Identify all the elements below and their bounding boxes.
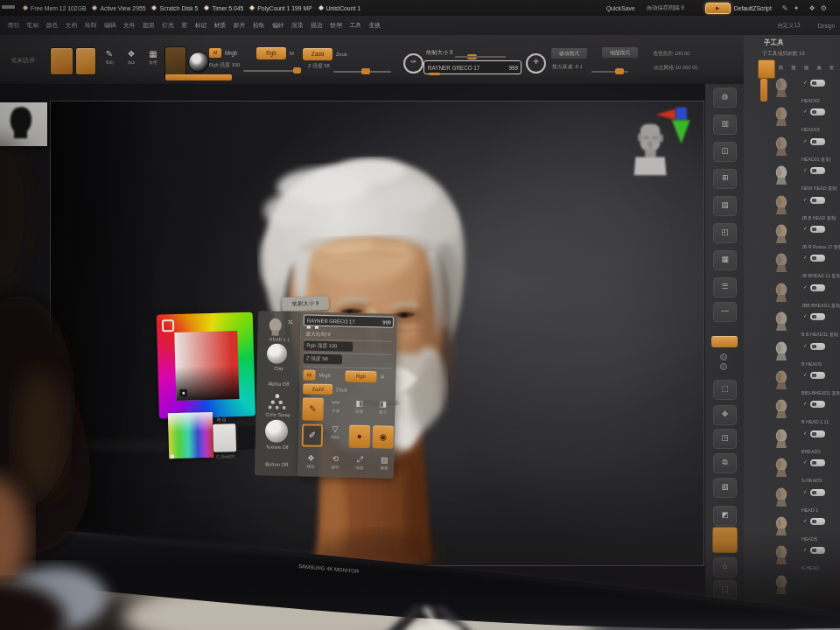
alpha-off-button[interactable]: Alpha Off — [260, 381, 297, 387]
menu-item[interactable]: 描边 — [311, 21, 323, 30]
pointer-icon-2[interactable]: ✛ — [526, 53, 546, 74]
subtool-eye-pill[interactable] — [810, 284, 825, 291]
axis-y-arrow[interactable] — [672, 120, 690, 144]
palette-rgb-slider[interactable]: Rgb 强度 100 — [304, 340, 353, 351]
menu-item[interactable]: 渲染 — [291, 21, 304, 30]
shelf-icon[interactable]: ✥ — [713, 405, 737, 425]
subtool-visible-check[interactable]: ✓ — [803, 372, 808, 377]
secondary-gradient[interactable] — [168, 412, 214, 458]
palette-bottom-icon[interactable]: ⟲旋转 — [326, 454, 345, 469]
rgb-button[interactable]: Rgb — [256, 47, 286, 60]
palette-bottom-icon[interactable]: ▨网格 — [374, 455, 394, 470]
scale-mode-button[interactable]: 缩放模式 — [602, 47, 638, 58]
shelf-icon[interactable]: ◳ — [713, 429, 737, 449]
subtool-row[interactable]: ✓ JB R Rossa 17 复制 — [744, 223, 840, 252]
menu-item[interactable]: 变换 — [368, 21, 381, 30]
stroke-spray-icon[interactable] — [267, 391, 289, 412]
subtool-visible-check[interactable]: ✓ — [803, 343, 808, 348]
shelf-icon[interactable] — [711, 336, 738, 347]
menu-item[interactable]: 绘制 — [85, 21, 97, 30]
color-picker[interactable]: R G C.Switch — [157, 310, 261, 461]
subtool-visible-check[interactable]: ✓ — [803, 167, 808, 172]
stroke-icon[interactable]: ✎笔刷 — [100, 49, 119, 65]
subtool-visible-check[interactable]: ✓ — [803, 284, 808, 290]
subtool-row[interactable]: ✓ B HEADS — [744, 340, 840, 369]
menu-item[interactable]: 透明 — [8, 21, 20, 30]
shelf-icon[interactable]: ⊞ — [713, 169, 737, 189]
brush-thumbnail[interactable] — [50, 47, 74, 75]
quicksave-button[interactable]: QuickSave — [606, 5, 635, 11]
subtool-visible-check[interactable]: ✓ — [803, 197, 808, 202]
subtool-visible-check[interactable]: ✓ — [803, 313, 808, 318]
subtool-eye-pill[interactable] — [810, 80, 825, 87]
subtool-row[interactable]: ✓ BB3-BHEAD1 复制 — [744, 369, 840, 398]
subtool-visible-check[interactable]: ✓ — [803, 138, 808, 144]
subtool-eye-pill[interactable] — [810, 167, 825, 174]
alpha-icon[interactable]: ❖描边 — [122, 49, 141, 65]
subtool-header[interactable]: 子工具 — [764, 38, 784, 47]
subtool-row[interactable]: ✓ JBB BHEAD1 复制 — [744, 282, 840, 311]
current-tool-thumb[interactable] — [265, 317, 285, 337]
palette-zadd-button[interactable]: Zadd — [303, 383, 332, 395]
draw-pointer-icon[interactable]: ✑ — [403, 53, 424, 74]
palette-bottom-button[interactable]: Button Off — [257, 461, 296, 467]
zscript-play-button[interactable]: ▶ — [705, 3, 731, 14]
texture-icon[interactable]: ▦纹理 — [144, 49, 163, 65]
subtool-row[interactable]: ✓ NEW HEAD 复制 — [744, 164, 840, 193]
subtool-visible-check[interactable]: ✓ — [803, 430, 808, 436]
shelf-icon[interactable]: ⧉ — [713, 453, 737, 473]
menu-item[interactable]: 影片 — [234, 21, 246, 30]
menu-item[interactable]: 笔刷 — [27, 21, 39, 30]
menu-item[interactable]: 宏 — [181, 21, 187, 30]
subtool-eye-pill[interactable] — [810, 401, 825, 408]
preview-thumbnail[interactable] — [0, 102, 47, 146]
menu-item[interactable]: 材质 — [214, 21, 227, 30]
draw-size-track[interactable] — [455, 56, 506, 58]
m-chip-button[interactable]: M — [209, 48, 221, 58]
material-ball[interactable] — [188, 52, 209, 73]
subtool-eye-pill[interactable] — [810, 343, 825, 350]
shelf-icon[interactable]: ◰ — [713, 223, 737, 243]
zsub-label[interactable]: Zsub — [336, 52, 347, 57]
shelf-icon[interactable] — [720, 363, 727, 370]
menu-item[interactable]: 文档 — [66, 21, 78, 30]
menu-item[interactable]: 颜色 — [46, 21, 59, 30]
menu-item[interactable]: 标记 — [195, 21, 207, 30]
palette-grid-icon[interactable]: ▽网格 — [326, 424, 345, 439]
subtool-eye-pill[interactable] — [810, 197, 825, 204]
subtool-row[interactable]: ✓ S-HEADS — [744, 457, 840, 486]
subtool-row[interactable]: ✓ JB B HEAD 复制 — [744, 194, 840, 223]
shelf-icon[interactable]: ▤ — [713, 196, 737, 216]
texture-sphere[interactable] — [265, 419, 289, 443]
subtool-row[interactable]: ✓ JB BHEAD 11 复制 — [744, 252, 840, 281]
zadd-button[interactable]: Zadd — [303, 48, 332, 60]
z-slider-nub[interactable] — [361, 68, 370, 74]
current-color-swatch[interactable] — [213, 424, 236, 452]
palette-grid-icon[interactable]: ◧背面 — [350, 399, 369, 414]
subtool-eye-pill[interactable] — [810, 313, 825, 320]
subtool-eye-pill[interactable] — [810, 138, 825, 145]
subtool-eye-pill[interactable] — [810, 108, 825, 116]
subtool-eye-pill[interactable] — [810, 459, 825, 466]
palette-grid-icon[interactable]: 〰平滑 — [326, 398, 346, 413]
palette-grid-icon[interactable]: ✐ — [302, 424, 324, 447]
palette-rgb-button[interactable]: Rgb — [345, 370, 376, 382]
focal-nub[interactable] — [615, 68, 624, 74]
subtool-eye-pill[interactable] — [810, 372, 825, 379]
palette-m-chip[interactable]: M — [303, 369, 315, 380]
move-mode-button[interactable]: 移动模式 — [551, 48, 587, 59]
shelf-icon[interactable] — [720, 354, 727, 360]
mrgb-label[interactable]: Mrgb — [225, 50, 237, 56]
gradient-thumbnail[interactable] — [75, 47, 96, 75]
shelf-icon[interactable]: ◍ — [713, 88, 737, 108]
camera-gizmo[interactable] — [623, 98, 704, 186]
palette-bottom-icon[interactable]: ✥移动 — [301, 453, 320, 468]
shelf-icon[interactable]: ◫ — [713, 142, 737, 162]
menu-item[interactable]: 编辑 — [104, 21, 116, 30]
palette-grid-icon[interactable]: ● — [349, 425, 371, 449]
subtool-eye-pill[interactable] — [810, 430, 825, 438]
rgb-slider-nub[interactable] — [293, 67, 301, 74]
palette-grid-icon[interactable]: ◨遮罩 — [374, 399, 393, 414]
subtool-eye-pill[interactable] — [810, 255, 825, 262]
active-tool-swatch[interactable] — [758, 60, 775, 79]
